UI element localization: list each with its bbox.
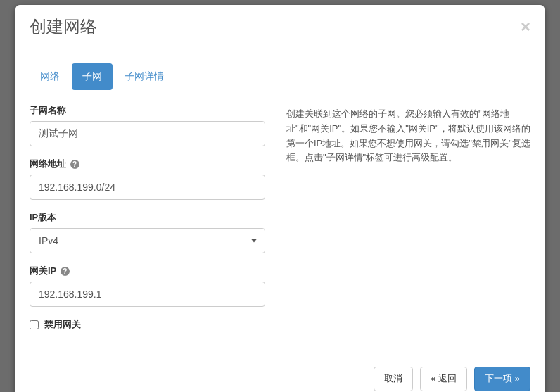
disable-gateway-checkbox[interactable] (30, 320, 39, 329)
tab-subnet-label: 子网 (72, 63, 113, 90)
modal-header: 创建网络 × (15, 5, 545, 49)
ip-version-label: IP版本 (30, 211, 265, 224)
network-address-input[interactable] (30, 175, 265, 200)
subnet-name-group: 子网名称 (30, 104, 265, 146)
tab-subnet-details[interactable]: 子网详情 (114, 63, 174, 90)
create-network-modal: 创建网络 × 网络 子网 子网详情 子网名称 (15, 5, 545, 392)
network-address-label: 网络地址 ? (30, 158, 265, 170)
next-button[interactable]: 下一项 » (474, 367, 530, 391)
cancel-button[interactable]: 取消 (374, 367, 413, 391)
close-button[interactable]: × (521, 18, 530, 35)
disable-gateway-label: 禁用网关 (44, 318, 81, 331)
form-column: 子网名称 网络地址 ? IP版本 IPv4 (30, 104, 265, 342)
help-text: 创建关联到这个网络的子网。您必须输入有效的"网络地址"和"网关IP"。如果您不输… (286, 104, 530, 342)
gateway-ip-label: 网关IP ? (30, 265, 265, 277)
tab-subnet-details-label: 子网详情 (114, 63, 174, 90)
help-icon[interactable]: ? (61, 267, 70, 276)
ip-version-group: IP版本 IPv4 (30, 211, 265, 253)
tab-nav: 网络 子网 子网详情 (30, 63, 530, 90)
subnet-name-input[interactable] (30, 121, 265, 146)
network-address-label-text: 网络地址 (30, 158, 66, 169)
ip-version-select-wrap: IPv4 (30, 228, 265, 253)
gateway-ip-input[interactable] (30, 282, 265, 307)
tab-subnet[interactable]: 子网 (72, 63, 113, 90)
modal-title: 创建网络 (30, 15, 97, 38)
tab-network[interactable]: 网络 (30, 63, 70, 90)
back-button[interactable]: « 返回 (420, 367, 467, 391)
subnet-name-label: 子网名称 (30, 104, 265, 117)
modal-body: 网络 子网 子网详情 子网名称 网络地址 ? (15, 49, 545, 356)
gateway-ip-group: 网关IP ? (30, 265, 265, 307)
ip-version-select[interactable]: IPv4 (30, 228, 265, 253)
disable-gateway-group: 禁用网关 (30, 318, 265, 331)
network-address-group: 网络地址 ? (30, 158, 265, 200)
content-row: 子网名称 网络地址 ? IP版本 IPv4 (30, 104, 530, 342)
modal-footer: 取消 « 返回 下一项 » (15, 356, 545, 392)
close-icon: × (521, 17, 530, 36)
gateway-ip-label-text: 网关IP (30, 265, 56, 276)
tab-network-label: 网络 (30, 63, 70, 90)
help-icon[interactable]: ? (70, 160, 79, 169)
